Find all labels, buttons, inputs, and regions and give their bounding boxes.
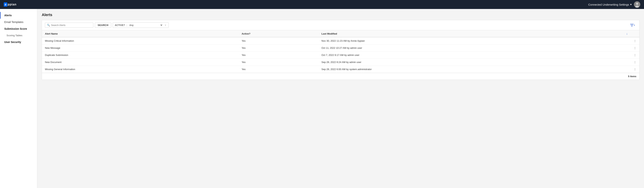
- app-logo[interactable]: a ppian: [4, 3, 16, 7]
- sidebar-item-user-security[interactable]: User Security: [0, 39, 37, 45]
- cell-last-modified: Sep 28, 2022 6:00 AM by system.administr…: [318, 66, 623, 73]
- settings-title: Connected Underwriting Settings: [588, 3, 629, 6]
- content-panel: 🔍 SEARCH ACTIVE? | Any Yes No ▼: [42, 20, 640, 80]
- sidebar-item-scoring-tables[interactable]: Scoring Tables: [0, 32, 37, 39]
- filter-group: ACTIVE? | Any Yes No ▼: [113, 22, 169, 28]
- cell-last-modified: Sep 28, 2022 8:24 AM by admin user: [318, 59, 623, 66]
- sidebar-item-label: Submission Score: [4, 27, 27, 30]
- toolbar: 🔍 SEARCH ACTIVE? | Any Yes No ▼: [42, 20, 639, 30]
- chevron-down-icon: ▾: [630, 3, 632, 6]
- sidebar-item-label: Alerts: [4, 14, 12, 17]
- sidebar-item-email-templates[interactable]: Email Templates: [0, 19, 37, 25]
- row-menu-button[interactable]: ⋮: [631, 66, 639, 73]
- cell-last-modified: Nov 30, 2022 11:23 AM by Annie Appian: [318, 37, 623, 44]
- table-row: New Message Yes Oct 11, 2022 10:27 AM by…: [42, 44, 639, 52]
- table-row: New Document Yes Sep 28, 2022 8:24 AM by…: [42, 59, 639, 66]
- table-row: Missing General Information Yes Sep 28, …: [42, 66, 639, 73]
- search-icon: 🔍: [47, 24, 50, 27]
- filter-separator: |: [126, 24, 127, 27]
- cell-active: Yes: [239, 44, 318, 52]
- sidebar: Alerts Email Templates Submission Score …: [0, 9, 37, 188]
- logo-icon: a: [4, 3, 7, 7]
- sidebar-item-submission-score[interactable]: Submission Score: [0, 25, 37, 32]
- app-layout: Alerts Email Templates Submission Score …: [0, 9, 644, 188]
- sidebar-item-label: Email Templates: [4, 21, 23, 24]
- table-row: Duplicate Submission Yes Oct 7, 2022 6:1…: [42, 52, 639, 59]
- settings-menu[interactable]: Connected Underwriting Settings ▾: [588, 3, 632, 6]
- logo-text: ppian: [8, 3, 16, 6]
- page-title: Alerts: [42, 13, 640, 17]
- active-filter-select[interactable]: Any Yes No: [128, 24, 163, 27]
- avatar[interactable]: [634, 1, 640, 8]
- svg-point-1: [636, 3, 638, 5]
- col-header-actions: [631, 30, 639, 37]
- filter-icon: [630, 24, 634, 27]
- cell-last-modified: Oct 7, 2022 6:17 AM by admin user: [318, 52, 623, 59]
- app-header: a ppian Connected Underwriting Settings …: [0, 0, 644, 9]
- col-header-last-modified: Last Modified: [318, 30, 623, 37]
- table-row: Missing Critical Information Yes Nov 30,…: [42, 37, 639, 44]
- col-header-alert-name: Alert Name: [42, 30, 239, 37]
- chevron-down-icon: ▼: [164, 24, 166, 27]
- sort-arrow-icon: ↓: [626, 32, 628, 35]
- search-input[interactable]: [51, 24, 91, 27]
- filter-label: ACTIVE?: [115, 24, 125, 27]
- col-header-sort[interactable]: ↓: [623, 30, 631, 37]
- cell-alert-name: Missing General Information: [42, 66, 239, 73]
- search-wrapper[interactable]: 🔍: [45, 23, 93, 28]
- cell-alert-name: Missing Critical Information: [42, 37, 239, 44]
- sidebar-item-label: User Security: [4, 41, 21, 44]
- sidebar-item-label: Scoring Tables: [6, 34, 22, 37]
- items-count: 5 items: [628, 75, 636, 78]
- row-menu-button[interactable]: ⋮: [631, 44, 639, 52]
- filter-button[interactable]: ▾: [629, 23, 636, 28]
- row-menu-button[interactable]: ⋮: [631, 37, 639, 44]
- cell-last-modified: Oct 11, 2022 10:27 AM by admin user: [318, 44, 623, 52]
- cell-alert-name: Duplicate Submission: [42, 52, 239, 59]
- cell-active: Yes: [239, 66, 318, 73]
- cell-active: Yes: [239, 59, 318, 66]
- main-content: Alerts 🔍 SEARCH ACTIVE? | Any Yes No: [37, 9, 644, 188]
- cell-active: Yes: [239, 52, 318, 59]
- alerts-table: Alert Name Active? Last Modified ↓: [42, 30, 639, 73]
- sidebar-item-alerts[interactable]: Alerts: [0, 12, 37, 19]
- avatar-icon: [634, 1, 640, 8]
- cell-alert-name: New Message: [42, 44, 239, 52]
- header-right: Connected Underwriting Settings ▾: [588, 1, 640, 8]
- cell-alert-name: New Document: [42, 59, 239, 66]
- filter-dropdown-arrow: ▾: [634, 24, 635, 26]
- cell-active: Yes: [239, 37, 318, 44]
- col-header-active: Active?: [239, 30, 318, 37]
- table-footer: 5 items: [42, 73, 639, 80]
- row-menu-button[interactable]: ⋮: [631, 52, 639, 59]
- row-menu-button[interactable]: ⋮: [631, 59, 639, 66]
- table-header-row: Alert Name Active? Last Modified ↓: [42, 30, 639, 37]
- search-button[interactable]: SEARCH: [95, 23, 111, 28]
